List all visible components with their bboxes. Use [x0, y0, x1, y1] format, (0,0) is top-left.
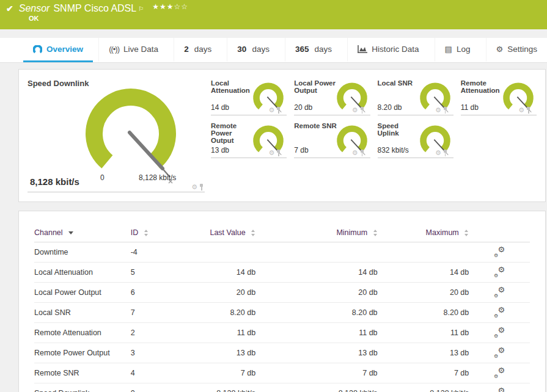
- channel-settings-icon[interactable]: ⚙⚙: [494, 368, 505, 377]
- gear-icon: ⚙: [497, 305, 505, 314]
- last-value: 8.20 db: [188, 303, 255, 323]
- gear-icon: ⚙: [494, 374, 498, 379]
- table-row: Remote Attenuation 2 11 db 11 db 11 db ⚙…: [34, 323, 530, 343]
- gauge-value: 11 db: [461, 103, 479, 112]
- channel-name: Remote Attenuation: [34, 323, 131, 343]
- tab-overview[interactable]: Overview: [23, 38, 93, 62]
- maximum-value: 14 db: [378, 263, 469, 283]
- channel-settings-icon[interactable]: ⚙⚙: [494, 388, 505, 392]
- gear-icon[interactable]: ⚙: [435, 149, 441, 157]
- gear-icon[interactable]: ⚙: [191, 183, 197, 191]
- maximum-value: 20 db: [378, 283, 469, 303]
- channel-name: Local Attenuation: [34, 263, 131, 283]
- channel-gauge-remote-attenuation: Remote Attenuation 11 db ⚙: [461, 78, 537, 115]
- column-header-channel[interactable]: Channel: [34, 223, 131, 242]
- channel-settings-icon[interactable]: ⚙⚙: [494, 247, 505, 256]
- pin-icon[interactable]: [199, 184, 204, 191]
- minimum-value: 11 db: [255, 323, 377, 343]
- tab-number: 2: [184, 45, 189, 54]
- column-label: Minimum: [336, 228, 367, 237]
- gear-icon[interactable]: ⚙: [268, 106, 274, 114]
- gear-icon: ⚙: [494, 293, 498, 299]
- gear-icon: ⚙: [497, 265, 505, 274]
- maximum-value: 8.20 db: [378, 303, 469, 323]
- broadcast-icon: ((•)): [109, 45, 119, 54]
- channel-settings-icon[interactable]: ⚙⚙: [494, 307, 505, 317]
- sort-icon: [373, 230, 378, 236]
- channel-settings-icon[interactable]: ⚙⚙: [494, 327, 505, 337]
- channel-settings-icon[interactable]: ⚙⚙: [494, 267, 505, 277]
- gear-icon[interactable]: ⚙: [352, 106, 358, 114]
- channel-table: Channel ID Last Value Minimum Maximum: [34, 223, 530, 392]
- tab-30-days[interactable]: 30 days: [227, 38, 279, 62]
- gear-icon: ⚙: [497, 245, 505, 254]
- channel-id: 5: [131, 263, 189, 283]
- primary-gauge-block: Speed Downlink 0 8,128 kbit/s 8,128 kbit…: [28, 78, 205, 192]
- gear-icon[interactable]: ⚙: [268, 149, 274, 157]
- pin-icon[interactable]: [360, 150, 364, 157]
- pin-icon[interactable]: [526, 107, 530, 114]
- sensor-status-bar: ✔ Sensor SNMP Cisco ADSL ⚐ ★★★☆☆ OK: [0, 0, 547, 29]
- tab-label: days: [252, 45, 270, 54]
- log-icon: ▤: [445, 45, 452, 54]
- gear-icon: ⚙: [497, 325, 505, 335]
- tab-label: days: [315, 45, 332, 54]
- channel-id: 0: [131, 383, 189, 392]
- column-label: Last Value: [210, 228, 245, 237]
- tab-2-days[interactable]: 2 days: [174, 38, 221, 62]
- channel-gauge-local-attenuation: Local Attenuation 14 db ⚙: [211, 78, 287, 115]
- gear-icon[interactable]: ⚙: [518, 106, 524, 114]
- channel-settings-icon[interactable]: ⚙⚙: [494, 347, 505, 357]
- gear-icon: ⚙: [497, 386, 505, 392]
- pin-icon[interactable]: [360, 107, 364, 114]
- pin-icon[interactable]: [443, 107, 447, 114]
- table-row: Remote Power Output 3 13 db 13 db 13 db …: [34, 343, 530, 363]
- sensor-title: SNMP Cisco ADSL: [53, 3, 136, 14]
- gauge-value: 14 db: [211, 103, 229, 112]
- minimum-value: 7 db: [255, 363, 377, 383]
- primary-gauge-title: Speed Downlink: [28, 78, 205, 88]
- gear-icon[interactable]: ⚙: [352, 149, 358, 157]
- last-value: 8,128 kbit/s: [188, 383, 255, 392]
- channel-name: Remote SNR: [34, 363, 131, 383]
- column-header-maximum[interactable]: Maximum: [378, 223, 469, 242]
- channel-id: 3: [131, 343, 189, 363]
- ok-check-icon: ✔: [6, 4, 13, 13]
- gear-icon: ⚙: [497, 346, 505, 355]
- tab-historic-data[interactable]: Historic Data: [347, 38, 428, 62]
- channel-gauge-remote-power-output: Remote Power Output 13 db ⚙: [211, 120, 287, 158]
- last-value: 13 db: [188, 343, 255, 363]
- gear-icon[interactable]: ⚙: [435, 106, 441, 114]
- channel-gauge-local-power-output: Local Power Output 20 db ⚙: [294, 78, 370, 115]
- column-header-id[interactable]: ID: [131, 223, 189, 242]
- column-header-minimum[interactable]: Minimum: [255, 223, 377, 242]
- tab-live-data[interactable]: ((•)) Live Data: [98, 38, 168, 62]
- last-value: 7 db: [188, 363, 255, 383]
- column-header-last-value[interactable]: Last Value: [188, 223, 255, 242]
- sort-icon: [464, 230, 469, 236]
- channel-gauge-remote-snr: Remote SNR 7 db ⚙: [294, 120, 370, 158]
- table-header-row: Channel ID Last Value Minimum Maximum: [34, 223, 530, 242]
- tab-log[interactable]: ▤ Log: [435, 38, 480, 62]
- gear-icon: ⚙: [494, 253, 498, 258]
- maximum-value: [378, 242, 469, 263]
- channel-name: Remote Power Output: [34, 343, 131, 363]
- pin-icon[interactable]: [443, 150, 447, 157]
- priority-flag-icon[interactable]: ⚐: [138, 5, 144, 12]
- pin-icon[interactable]: [276, 107, 281, 114]
- channel-settings-icon[interactable]: ⚙⚙: [494, 287, 505, 297]
- channel-id: 6: [131, 283, 189, 303]
- channel-gauge-local-snr: Local SNR 8.20 db ⚙: [378, 78, 453, 115]
- pin-icon[interactable]: [276, 150, 281, 157]
- star-rating[interactable]: ★★★☆☆: [152, 2, 188, 11]
- last-value: [188, 242, 255, 263]
- sort-descending-icon: [68, 231, 73, 234]
- overview-gauges-panel: Speed Downlink 0 8,128 kbit/s 8,128 kbit…: [18, 69, 546, 202]
- tab-label: Settings: [507, 45, 537, 54]
- tab-settings[interactable]: ⚙ Settings: [486, 38, 547, 62]
- channel-name: Local SNR: [34, 303, 131, 323]
- tab-label: Historic Data: [372, 45, 419, 54]
- table-row: Local Attenuation 5 14 db 14 db 14 db ⚙⚙: [34, 263, 530, 283]
- tab-365-days[interactable]: 365 days: [285, 38, 342, 62]
- gear-icon: ⚙: [494, 313, 498, 319]
